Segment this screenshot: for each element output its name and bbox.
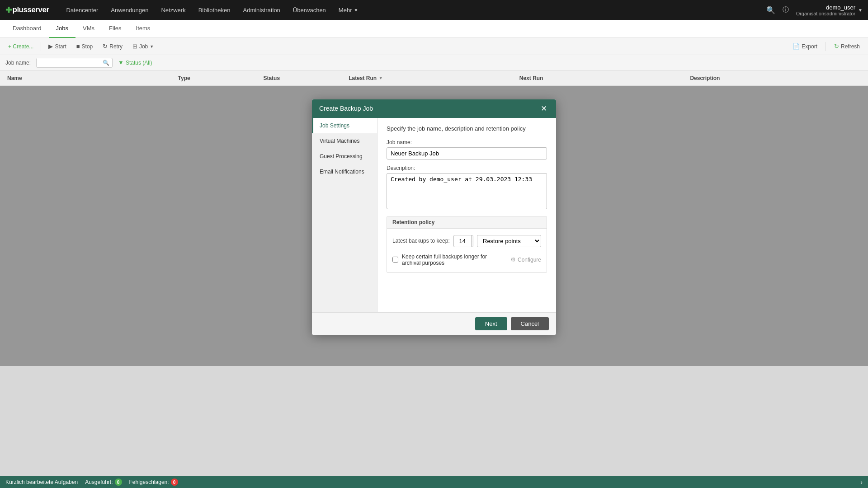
subnav-item-dashboard[interactable]: Dashboard	[5, 20, 49, 38]
dialog: Create Backup Job ✕ Job Settings Virtual…	[312, 99, 556, 335]
job-name-field[interactable]	[387, 147, 547, 160]
latest-backups-label: Latest backups to keep:	[392, 238, 450, 244]
number-input-wrap: ▲ ▼	[453, 235, 473, 247]
sidebar-item-email-notifications[interactable]: Email Notifications	[312, 164, 377, 179]
top-nav: ✚ plusserver Datencenter Anwendungen Net…	[0, 0, 868, 20]
description-field[interactable]	[387, 173, 547, 209]
th-status: Status	[263, 75, 349, 81]
toolbar: + Create... ▶ Start ■ Stop ↻ Retry ⊞ Job…	[0, 38, 868, 55]
filter-icon: ▼	[118, 59, 124, 66]
search-icon[interactable]: 🔍	[766, 6, 775, 14]
subnav-item-items[interactable]: Items	[129, 20, 158, 38]
configure-label: Configure	[518, 257, 541, 263]
retention-section: Retention policy Latest backups to keep:…	[387, 216, 547, 273]
dialog-content: Specify the job name, description and re…	[377, 118, 556, 312]
nav-item-bibliotheken[interactable]: Bibliotheken	[192, 0, 237, 20]
user-chevron-icon: ▼	[858, 8, 863, 13]
mehr-label: Mehr	[339, 7, 352, 14]
mehr-chevron-icon: ▼	[354, 8, 358, 13]
toolbar-divider	[41, 42, 41, 51]
refresh-button[interactable]: ↻ Refresh	[830, 41, 864, 52]
nav-item-mehr[interactable]: Mehr ▼	[332, 0, 365, 20]
modal-overlay: Create Backup Job ✕ Job Settings Virtual…	[0, 86, 868, 366]
table-header: Name Type Status Latest Run ▼ Next Run D…	[0, 70, 868, 86]
sidebar-item-guest-processing[interactable]: Guest Processing	[312, 149, 377, 164]
brand-icon: ✚	[5, 5, 12, 15]
user-menu[interactable]: demo_user Organisationsadministrator ▼	[796, 4, 863, 16]
configure-link[interactable]: ⚙ Configure	[510, 256, 541, 263]
latest-run-sort-icon[interactable]: ▼	[378, 75, 383, 80]
status-bar: Kürzlich bearbeitete Aufgaben Ausgeführt…	[0, 476, 868, 488]
keep-label: Keep certain full backups longer for arc…	[402, 253, 503, 266]
sub-nav: Dashboard Jobs VMs Files Items	[0, 20, 868, 38]
notifications-icon[interactable]: ⓘ	[783, 6, 789, 14]
dialog-body: Job Settings Virtual Machines Guest Proc…	[312, 118, 556, 312]
failed-badge: Fehlgeschlagen: 0	[129, 479, 178, 486]
search-submit-icon[interactable]: 🔍	[100, 58, 112, 67]
start-label: Start	[55, 43, 66, 50]
th-type: Type	[178, 75, 264, 81]
status-filter[interactable]: ▼ Status (All)	[118, 59, 152, 66]
nav-item-administration[interactable]: Administration	[236, 0, 286, 20]
retry-icon: ↻	[103, 43, 108, 50]
latest-backups-row: Latest backups to keep: ▲ ▼ Restor	[392, 235, 541, 247]
dialog-subtitle: Specify the job name, description and re…	[387, 125, 547, 132]
next-button[interactable]: Next	[475, 317, 507, 330]
dialog-title: Create Backup Job	[319, 105, 373, 112]
job-chevron-icon: ▼	[150, 44, 154, 49]
export-label: Export	[802, 43, 817, 50]
create-button[interactable]: + Create...	[4, 42, 38, 52]
th-name: Name	[7, 75, 178, 81]
refresh-label: Refresh	[841, 43, 860, 50]
subnav-item-jobs[interactable]: Jobs	[49, 20, 75, 38]
filter-bar: Job name: 🔍 ▼ Status (All)	[0, 55, 868, 70]
recent-tasks-label: Kürzlich bearbeitete Aufgaben	[5, 479, 78, 485]
failed-count: 0	[171, 479, 178, 486]
user-role: Organisationsadministrator	[796, 11, 855, 16]
job-name-input[interactable]	[37, 58, 100, 67]
dialog-header: Create Backup Job ✕	[312, 99, 556, 118]
nav-item-anwendungen[interactable]: Anwendungen	[104, 0, 155, 20]
status-filter-label: Status (All)	[126, 60, 152, 66]
subnav-item-files[interactable]: Files	[102, 20, 128, 38]
retry-button[interactable]: ↻ Retry	[98, 41, 127, 52]
start-button[interactable]: ▶ Start	[44, 41, 71, 52]
sidebar-item-virtual-machines[interactable]: Virtual Machines	[312, 133, 377, 149]
nav-item-datencenter[interactable]: Datencenter	[60, 0, 105, 20]
export-button[interactable]: 📄 Export	[788, 41, 822, 52]
refresh-icon: ↻	[834, 43, 839, 50]
spin-up-button[interactable]: ▲	[472, 235, 473, 241]
configure-icon: ⚙	[510, 256, 516, 263]
user-name: demo_user	[796, 4, 855, 11]
spin-down-button[interactable]: ▼	[472, 241, 473, 247]
sidebar-item-job-settings[interactable]: Job Settings	[312, 118, 377, 133]
retry-label: Retry	[109, 43, 123, 50]
nav-item-netzwerk[interactable]: Netzwerk	[155, 0, 192, 20]
keep-row: Keep certain full backups longer for arc…	[392, 253, 541, 266]
failed-label: Fehlgeschlagen:	[129, 479, 169, 485]
keep-checkbox[interactable]	[392, 257, 398, 263]
executed-badge: Ausgeführt: 0	[85, 479, 122, 486]
job-name-field-label: Job name:	[387, 139, 547, 145]
dialog-close-button[interactable]: ✕	[539, 104, 549, 113]
latest-backups-input[interactable]	[454, 236, 471, 246]
cancel-button[interactable]: Cancel	[511, 317, 549, 330]
subnav-item-vms[interactable]: VMs	[75, 20, 102, 38]
export-icon: 📄	[793, 43, 800, 50]
description-group: Description:	[387, 165, 547, 211]
start-icon: ▶	[48, 43, 53, 50]
nav-item-uberwachen[interactable]: Überwachen	[287, 0, 332, 20]
brand-name: plusserver	[13, 5, 49, 14]
executed-count: 0	[115, 479, 122, 486]
job-name-input-wrap: 🔍	[36, 58, 113, 68]
status-arrow-icon[interactable]: ›	[860, 479, 863, 486]
stop-icon: ■	[76, 43, 80, 50]
brand[interactable]: ✚ plusserver	[5, 5, 49, 15]
main-area: Create Backup Job ✕ Job Settings Virtual…	[0, 86, 868, 366]
description-label: Description:	[387, 165, 547, 171]
stop-label: Stop	[82, 43, 93, 50]
dialog-sidebar: Job Settings Virtual Machines Guest Proc…	[312, 118, 377, 312]
job-button[interactable]: ⊞ Job ▼	[128, 41, 158, 52]
stop-button[interactable]: ■ Stop	[72, 41, 98, 52]
restore-points-select[interactable]: Restore points Days Weeks Months	[477, 235, 541, 247]
